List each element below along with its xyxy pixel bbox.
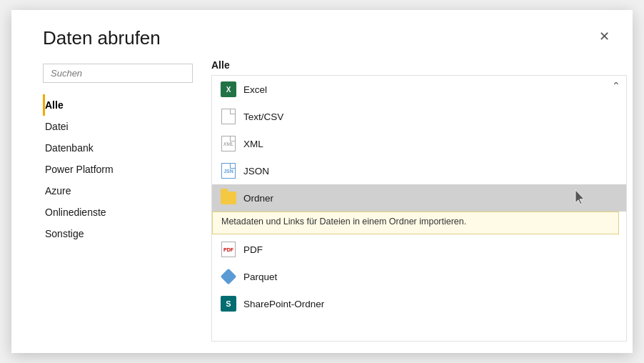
sidebar-item-power-platform[interactable]: Power Platform — [43, 159, 197, 180]
sidebar-item-alle[interactable]: Alle — [43, 94, 197, 116]
dialog-body: Alle Datei Datenbank Power Platform Azur… — [11, 58, 633, 353]
parquet-icon — [221, 269, 236, 284]
json-icon: JSN — [221, 163, 236, 179]
tooltip: Metadaten und Links für Dateien in einem… — [212, 212, 619, 234]
content-area: Alle ⌃ X Excel Text/CSV — [197, 58, 633, 342]
list-item-xml[interactable]: XML XML — [212, 130, 626, 157]
dialog-header: Daten abrufen ✕ — [11, 10, 633, 58]
close-button[interactable]: ✕ — [596, 27, 613, 46]
sidebar-item-datei[interactable]: Datei — [43, 116, 197, 137]
textcsv-icon — [221, 109, 236, 124]
pdf-icon: PDF — [221, 242, 236, 257]
xml-icon: XML — [221, 136, 236, 151]
data-source-list[interactable]: ⌃ X Excel Text/CSV — [211, 75, 627, 342]
list-item-json[interactable]: JSN JSON — [212, 157, 626, 184]
list-item-parquet[interactable]: Parquet — [212, 263, 626, 290]
excel-icon: X — [221, 81, 236, 97]
sidebar-item-datenbank[interactable]: Datenbank — [43, 137, 197, 159]
search-input[interactable] — [43, 64, 193, 83]
folder-icon — [221, 190, 236, 206]
list-item-sharepoint-ordner[interactable]: S SharePoint-Ordner — [212, 290, 626, 317]
list-item-ordner[interactable]: Ordner Metadaten und Links für Dateien i… — [212, 184, 626, 212]
sharepoint-icon: S — [221, 296, 236, 312]
dialog: Daten abrufen ✕ Alle Datei Datenbank Pow… — [11, 10, 633, 353]
sidebar: Alle Datei Datenbank Power Platform Azur… — [11, 58, 197, 342]
sidebar-item-azure[interactable]: Azure — [43, 180, 197, 202]
content-section-label: Alle — [211, 58, 627, 71]
list-item-textcsv[interactable]: Text/CSV — [212, 103, 626, 130]
sidebar-item-onlinedienste[interactable]: Onlinedienste — [43, 202, 197, 223]
list-item-pdf[interactable]: PDF PDF — [212, 236, 626, 263]
sidebar-item-sonstige[interactable]: Sonstige — [43, 223, 197, 244]
list-item-excel[interactable]: X Excel — [212, 76, 626, 103]
cursor-icon — [574, 189, 587, 206]
dialog-title: Daten abrufen — [43, 27, 161, 49]
